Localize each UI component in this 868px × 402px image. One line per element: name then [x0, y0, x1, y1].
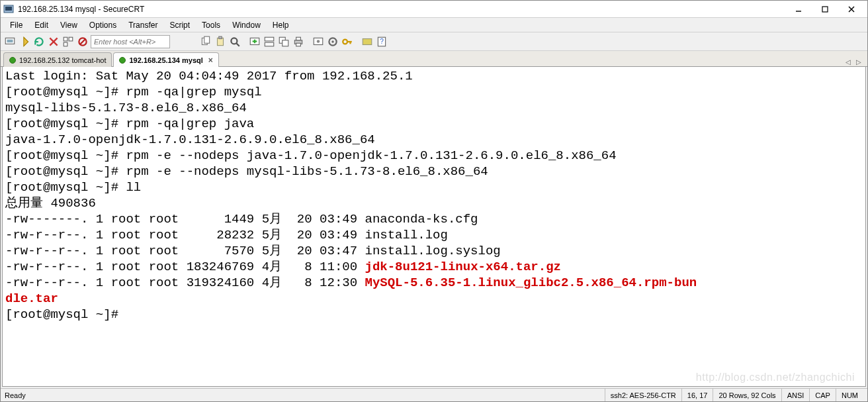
svg-rect-25 [265, 42, 274, 46]
cancel-icon[interactable] [76, 35, 89, 48]
svg-rect-7 [7, 39, 13, 42]
watermark: http://blog.csdn.net/zhangchichi [696, 372, 855, 383]
menu-script[interactable]: Script [164, 19, 195, 31]
svg-rect-24 [265, 37, 274, 41]
status-connection: ssh2: AES-256-CTR [605, 389, 681, 401]
svg-rect-3 [822, 7, 828, 12]
svg-rect-10 [64, 37, 67, 41]
session-tab-label: 192.168.25.132 tomcat-hot [19, 56, 106, 64]
status-dot-icon [119, 57, 126, 64]
titlebar: 192.168.25.134 mysql - SecureCRT [1, 1, 867, 18]
toolbar: ? [1, 32, 867, 51]
key-icon[interactable] [341, 35, 354, 48]
sftp-icon[interactable] [361, 35, 374, 48]
print-icon[interactable] [292, 35, 305, 48]
tab-nav: ◁ ▷ [844, 56, 865, 66]
menu-view[interactable]: View [55, 19, 83, 31]
svg-rect-27 [282, 40, 288, 46]
svg-point-34 [331, 40, 333, 42]
status-size: 20 Rows, 92 Cols [713, 389, 781, 401]
app-icon [3, 4, 14, 15]
minimize-button[interactable] [785, 1, 812, 17]
statusbar: Ready ssh2: AES-256-CTR 16, 17 20 Rows, … [1, 388, 867, 401]
status-numlock: NUM [836, 389, 863, 401]
close-button[interactable] [838, 1, 865, 17]
paste-icon[interactable] [214, 35, 227, 48]
menu-edit[interactable]: Edit [29, 19, 54, 31]
status-dot-icon [9, 57, 16, 64]
tab-next-icon[interactable]: ▷ [854, 57, 863, 66]
menubar: File Edit View Options Transfer Script T… [1, 18, 867, 32]
settings-icon[interactable] [326, 35, 339, 48]
svg-rect-38 [363, 38, 372, 44]
status-caplock: CAP [809, 389, 836, 401]
tile-icon[interactable] [263, 35, 276, 48]
options-icon[interactable] [312, 35, 325, 48]
window-controls [785, 1, 865, 17]
terminal-area[interactable]: Last login: Sat May 20 04:04:49 2017 fro… [2, 67, 866, 387]
svg-point-35 [343, 39, 347, 44]
status-encoding: ANSI [781, 389, 810, 401]
window-title: 192.168.25.134 mysql - SecureCRT [18, 5, 785, 14]
host-input[interactable] [91, 35, 170, 48]
menu-options[interactable]: Options [84, 19, 122, 31]
quick-connect-icon[interactable] [18, 35, 31, 48]
cascade-icon[interactable] [277, 35, 290, 48]
svg-rect-11 [69, 37, 73, 41]
menu-tools[interactable]: Tools [196, 19, 226, 31]
tab-prev-icon[interactable]: ◁ [844, 57, 853, 66]
menu-help[interactable]: Help [267, 19, 294, 31]
svg-rect-18 [219, 36, 222, 38]
menu-transfer[interactable]: Transfer [123, 19, 163, 31]
menu-file[interactable]: File [5, 19, 28, 31]
status-cursor: 16, 17 [681, 389, 713, 401]
session-tab-label: 192.168.25.134 mysql [129, 56, 202, 64]
maximize-button[interactable] [812, 1, 838, 17]
menu-window[interactable]: Window [227, 19, 266, 31]
session-manager-icon[interactable] [62, 35, 75, 48]
session-tab-0[interactable]: 192.168.25.132 tomcat-hot [3, 52, 112, 67]
svg-rect-12 [64, 42, 67, 46]
connect-icon[interactable] [3, 35, 17, 48]
svg-point-19 [231, 38, 237, 44]
help-icon[interactable]: ? [375, 35, 388, 48]
disconnect-icon[interactable] [47, 35, 60, 48]
svg-rect-1 [5, 7, 12, 11]
find-icon[interactable] [228, 35, 241, 48]
svg-rect-30 [296, 43, 301, 46]
session-tab-1[interactable]: 192.168.25.134 mysql × [113, 52, 218, 67]
svg-point-32 [317, 40, 320, 43]
svg-line-20 [236, 43, 239, 46]
close-icon[interactable]: × [208, 56, 213, 65]
session-tabs: 192.168.25.132 tomcat-hot 192.168.25.134… [1, 51, 867, 67]
svg-line-14 [80, 38, 86, 44]
terminal-output: Last login: Sat May 20 04:04:49 2017 fro… [3, 67, 865, 324]
svg-rect-29 [296, 37, 301, 40]
copy-icon[interactable] [199, 35, 212, 48]
new-session-icon[interactable] [248, 35, 261, 48]
status-ready: Ready [5, 389, 31, 401]
svg-text:?: ? [380, 38, 384, 45]
reconnect-icon[interactable] [32, 35, 46, 48]
svg-rect-16 [204, 36, 210, 43]
